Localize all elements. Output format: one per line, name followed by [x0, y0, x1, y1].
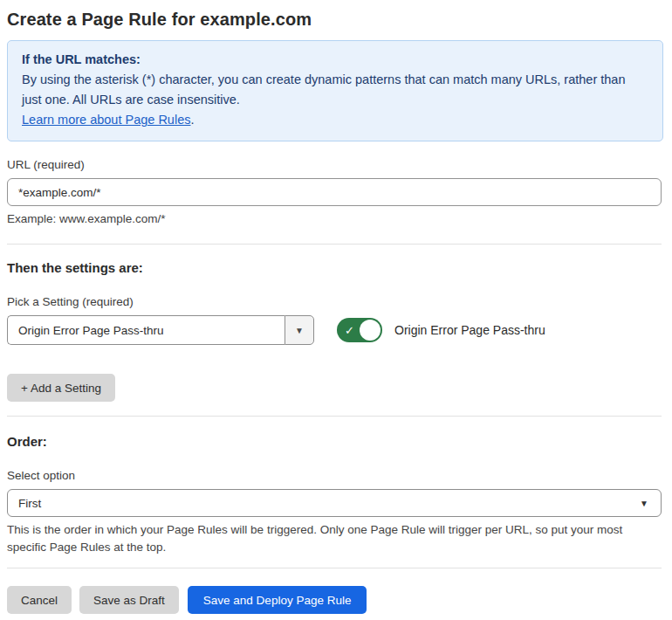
- settings-section-heading: Then the settings are:: [7, 260, 663, 275]
- setting-dropdown-value[interactable]: Origin Error Page Pass-thru: [7, 315, 285, 345]
- order-select-value: First: [18, 497, 640, 510]
- order-select-label: Select option: [7, 469, 663, 482]
- save-as-draft-button[interactable]: Save as Draft: [79, 586, 179, 614]
- divider: [7, 416, 662, 417]
- cancel-button[interactable]: Cancel: [7, 586, 72, 614]
- url-example-hint: Example: www.example.com/*: [7, 212, 663, 225]
- save-and-deploy-button[interactable]: Save and Deploy Page Rule: [188, 586, 367, 614]
- setting-row: Origin Error Page Pass-thru ▼ ✓ Origin E…: [7, 315, 663, 345]
- toggle-knob: [360, 320, 381, 341]
- url-match-info-box: If the URL matches: By using the asteris…: [7, 40, 663, 141]
- page-title: Create a Page Rule for example.com: [7, 7, 663, 31]
- setting-dropdown-arrow-button[interactable]: ▼: [285, 315, 314, 345]
- caret-down-icon: ▼: [295, 326, 304, 335]
- setting-dropdown[interactable]: Origin Error Page Pass-thru ▼: [7, 315, 314, 345]
- info-box-heading: If the URL matches:: [22, 50, 648, 70]
- order-help-text: This is the order in which your Page Rul…: [7, 521, 660, 556]
- page-rule-form: Create a Page Rule for example.com If th…: [0, 0, 672, 614]
- learn-more-link[interactable]: Learn more about Page Rules: [22, 113, 190, 127]
- toggle-label: Origin Error Page Pass-thru: [394, 323, 545, 337]
- divider: [7, 244, 662, 245]
- order-section-heading: Order:: [7, 434, 663, 449]
- info-box-body: By using the asterisk (*) character, you…: [22, 70, 648, 110]
- footer-actions: Cancel Save as Draft Save and Deploy Pag…: [7, 586, 663, 614]
- caret-down-icon: ▼: [640, 499, 648, 508]
- link-period: .: [190, 113, 194, 127]
- add-setting-button[interactable]: + Add a Setting: [7, 374, 115, 402]
- divider: [7, 568, 662, 568]
- setting-toggle[interactable]: ✓: [337, 318, 382, 342]
- url-input[interactable]: [7, 178, 662, 206]
- order-select[interactable]: First ▼: [7, 489, 662, 517]
- pick-setting-label: Pick a Setting (required): [7, 295, 663, 308]
- info-box-link-line: Learn more about Page Rules.: [22, 110, 648, 130]
- check-icon: ✓: [345, 325, 354, 336]
- url-label: URL (required): [7, 158, 663, 171]
